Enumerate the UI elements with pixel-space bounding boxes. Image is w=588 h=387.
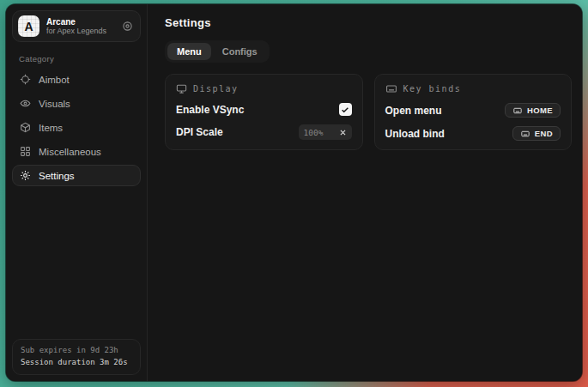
sidebar-item-items[interactable]: Items [12,117,141,138]
main-panel: Settings Menu Configs Display E [148,4,582,381]
vsync-checkbox[interactable] [339,103,352,116]
setting-row-open-menu: Open menu HOME [385,103,561,118]
dpi-scale-input[interactable]: 100% [299,124,352,140]
display-card: Display Enable VSync DPI Scale 100% [165,74,363,150]
sidebar-item-label: Visuals [39,99,70,109]
unload-key: END [535,129,553,138]
page-title: Settings [165,16,572,29]
keyboard-icon [512,106,523,115]
sidebar-item-label: Items [39,123,63,133]
keyboard-icon [385,83,397,94]
app-meta: Arcane for Apex Legends [46,17,106,36]
tab-menu[interactable]: Menu [167,43,211,60]
setting-row-dpi-scale: DPI Scale 100% [176,124,352,140]
keybinds-card-header: Key binds [385,83,561,94]
keyboard-icon [520,130,530,138]
sidebar-item-settings[interactable]: Settings [12,165,141,186]
check-icon [341,106,349,114]
tab-configs[interactable]: Configs [213,43,267,60]
unload-bind-label: Unload bind [385,128,445,140]
category-label: Category [19,54,141,63]
sidebar-item-miscellaneous[interactable]: Miscellaneous [12,141,141,162]
open-menu-key: HOME [527,106,553,115]
vsync-label: Enable VSync [176,104,244,116]
app-logo: A [18,15,39,37]
category-nav: Aimbot Visuals Items [12,69,141,186]
app-window: A Arcane for Apex Legends Category [6,4,582,381]
dpi-scale-value: 100% [304,128,336,137]
sidebar: A Arcane for Apex Legends Category [6,4,148,381]
close-icon[interactable] [339,129,347,136]
unload-keybind[interactable]: END [512,126,561,141]
monitor-icon [176,83,187,94]
sidebar-item-visuals[interactable]: Visuals [12,93,141,114]
dpi-scale-label: DPI Scale [176,126,223,138]
keybinds-card: Key binds Open menu HOME Unload bind [374,74,573,150]
display-card-header: Display [176,83,352,94]
open-menu-keybind[interactable]: HOME [505,103,561,118]
settings-tab-bar: Menu Configs [165,40,270,63]
display-card-title: Display [193,84,239,94]
setting-row-unload-bind: Unload bind END [385,126,561,141]
crosshair-icon [20,74,31,85]
eye-icon [20,98,31,109]
subscription-info-card: Sub expires in 9d 23h Session duration 3… [12,339,141,375]
sub-expires-text: Sub expires in 9d 23h [21,345,132,357]
app-header-card: A Arcane for Apex Legends [12,10,141,42]
open-menu-label: Open menu [385,105,442,117]
target-circle-icon[interactable] [122,21,133,32]
session-duration-text: Session duration 3m 26s [21,357,132,369]
sidebar-item-label: Aimbot [39,75,70,85]
gear-icon [20,170,31,181]
box-icon [20,122,31,133]
app-name: Arcane [46,17,106,27]
setting-row-vsync: Enable VSync [176,103,352,116]
sidebar-item-aimbot[interactable]: Aimbot [12,69,141,90]
sidebar-item-label: Miscellaneous [39,147,101,157]
grid-icon [20,146,31,157]
app-subtitle: for Apex Legends [46,27,106,36]
sidebar-item-label: Settings [39,171,75,181]
keybinds-card-title: Key binds [403,84,462,94]
settings-cards: Display Enable VSync DPI Scale 100% [165,74,572,150]
